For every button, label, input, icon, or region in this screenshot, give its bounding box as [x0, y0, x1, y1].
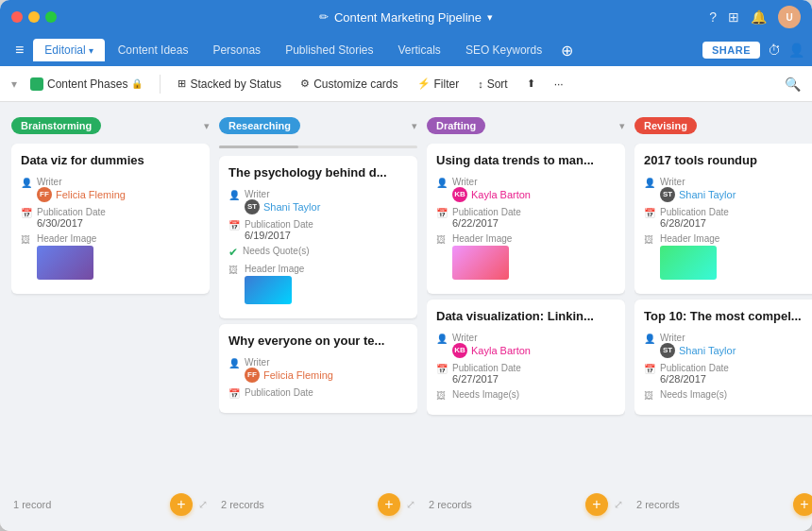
pub-date-value: 6/28/2017	[660, 373, 729, 385]
writer-name: Kayla Barton	[471, 189, 531, 200]
view-collapse-icon[interactable]: ▾	[11, 77, 17, 91]
check-icon: ✔	[228, 246, 238, 259]
writer-name: Felicia Fleming	[56, 189, 126, 200]
header-image-thumb	[37, 246, 93, 280]
card-title: Data viz for dummies	[21, 153, 200, 169]
add-card-button[interactable]: +	[378, 493, 400, 516]
card-2017-tools-roundup[interactable]: 2017 tools roundup 👤 Writer ST Shani Tay…	[634, 144, 812, 294]
header-image-field: 🖼 Header Image	[644, 233, 812, 280]
writer-avatar: FF	[37, 187, 52, 202]
customize-icon: ⚙	[300, 77, 310, 90]
card-using-data-trends[interactable]: Using data trends to man... 👤 Writer KB …	[427, 144, 625, 294]
nav-tab-content-ideas[interactable]: Content Ideas	[107, 39, 200, 61]
header-image-field: 🖼 Header Image	[436, 233, 616, 280]
minimize-button[interactable]	[28, 11, 40, 23]
nav-tab-published-stories[interactable]: Published Stories	[274, 39, 384, 61]
card-data-viz-dummies[interactable]: Data viz for dummies 👤 Writer FF Felicia…	[11, 144, 210, 294]
pubdate-field: 📅 Publication Date 6/30/2017	[21, 207, 200, 229]
person-icon: 👤	[436, 334, 448, 344]
add-card-button[interactable]: +	[585, 493, 608, 516]
expand-icon[interactable]: ⤢	[406, 498, 415, 511]
stacked-by-status[interactable]: ⊞ Stacked by Status	[172, 75, 287, 94]
add-card-button[interactable]: +	[793, 493, 812, 516]
researching-badge[interactable]: Researching	[219, 117, 300, 134]
pubdate-field: 📅 Publication Date 6/28/2017	[644, 363, 812, 385]
records-count: 2 records	[429, 499, 472, 510]
calendar-icon: 📅	[436, 208, 448, 218]
customize-cards[interactable]: ⚙ Customize cards	[295, 75, 403, 94]
column-researching: Researching ▾ The psychology behind d...…	[219, 113, 417, 520]
board: Brainstorming ▾ Data viz for dummies 👤 W…	[0, 102, 812, 531]
writer-field: 👤 Writer ST Shani Taylor	[228, 189, 408, 214]
more-options[interactable]: ···	[549, 75, 569, 94]
stacked-label: Stacked by Status	[190, 77, 281, 91]
brainstorming-badge[interactable]: Brainstorming	[11, 117, 101, 134]
person-icon: 👤	[21, 178, 32, 188]
person-icon: 👤	[644, 334, 655, 344]
view-type-icon	[30, 77, 43, 91]
nav-tab-editorial[interactable]: Editorial ▾	[33, 39, 104, 61]
brainstorming-chevron[interactable]: ▾	[204, 120, 210, 132]
writer-avatar: ST	[660, 187, 675, 202]
grid-icon[interactable]: ⊞	[728, 9, 739, 25]
account-icon[interactable]: 👤	[788, 43, 804, 58]
writer-field: 👤 Writer KB Kayla Barton	[436, 177, 616, 202]
writer-avatar: ST	[245, 199, 260, 214]
drafting-cards: Using data trends to man... 👤 Writer KB …	[427, 144, 625, 484]
customize-label: Customize cards	[313, 77, 398, 91]
share-icon: ⬆	[527, 77, 535, 90]
card-top10-compel[interactable]: Top 10: The most compel... 👤 Writer ST S…	[634, 300, 812, 415]
expand-icon[interactable]: ⤢	[198, 498, 208, 511]
writer-avatar: ST	[660, 343, 675, 358]
view-selector[interactable]: Content Phases 🔒	[25, 75, 148, 94]
researching-chevron[interactable]: ▾	[412, 120, 417, 132]
pubdate-field: 📅 Publication Date	[228, 387, 408, 399]
toolbar-right: 🔍	[785, 76, 801, 93]
writer-avatar: KB	[452, 187, 467, 202]
sort-button[interactable]: ↕ Sort	[472, 75, 514, 94]
history-icon[interactable]: ⏱	[768, 43, 781, 58]
expand-icon[interactable]: ⤢	[614, 498, 623, 511]
hamburger-menu[interactable]: ≡	[8, 38, 31, 62]
maximize-button[interactable]	[45, 11, 57, 23]
nav-tab-seo-keywords[interactable]: SEO Keywords	[454, 39, 553, 61]
drafting-badge[interactable]: Drafting	[427, 117, 485, 134]
share-view-button[interactable]: ⬆	[521, 75, 541, 93]
nav-tab-verticals[interactable]: Verticals	[387, 39, 452, 61]
header-image-thumb	[452, 246, 509, 280]
add-tab-button[interactable]: ⊕	[555, 42, 579, 60]
drafting-footer: 2 records + ⤢	[427, 489, 625, 520]
card-title: The psychology behind d...	[228, 165, 408, 181]
revising-badge[interactable]: Revising	[634, 117, 697, 134]
revising-cards: 2017 tools roundup 👤 Writer ST Shani Tay…	[634, 144, 812, 484]
writer-field: 👤 Writer ST Shani Taylor	[644, 333, 812, 358]
title-dropdown-icon[interactable]: ▾	[487, 11, 493, 24]
writer-field: 👤 Writer KB Kayla Barton	[436, 333, 616, 358]
column-brainstorming: Brainstorming ▾ Data viz for dummies 👤 W…	[11, 113, 210, 520]
help-icon[interactable]: ?	[709, 9, 717, 25]
app-window: ✏ Content Marketing Pipeline ▾ ? ⊞ 🔔 U ≡…	[0, 0, 812, 531]
add-card-button[interactable]: +	[170, 493, 193, 516]
image-icon: 🖼	[436, 234, 448, 245]
editorial-tab-label: Editorial	[44, 43, 85, 57]
drafting-chevron[interactable]: ▾	[619, 120, 625, 132]
card-psychology[interactable]: The psychology behind d... 👤 Writer ST S…	[219, 156, 417, 318]
filter-button[interactable]: ⚡ Filter	[412, 75, 465, 94]
needs-image-field: 🖼 Needs Image(s)	[436, 389, 616, 401]
card-why-everyone[interactable]: Why everyone on your te... 👤 Writer FF F…	[219, 324, 417, 413]
header-image-field: 🖼 Header Image	[21, 233, 200, 280]
close-button[interactable]	[11, 11, 23, 23]
card-data-viz-linkin[interactable]: Data visualization: Linkin... 👤 Writer K…	[427, 300, 625, 415]
filter-label: Filter	[434, 77, 460, 91]
pub-date-value: 6/22/2017	[452, 217, 521, 229]
search-icon[interactable]: 🔍	[785, 77, 801, 92]
column-header-researching: Researching ▾	[219, 113, 417, 138]
bell-icon[interactable]: 🔔	[751, 9, 767, 25]
column-revising: Revising ▾ 2017 tools roundup 👤 Writer S…	[634, 113, 812, 520]
titlebar-title-area: ✏ Content Marketing Pipeline ▾	[0, 10, 812, 25]
share-button[interactable]: SHARE	[702, 42, 760, 59]
user-avatar[interactable]: U	[778, 6, 801, 28]
calendar-icon: 📅	[228, 388, 240, 399]
nav-tab-personas[interactable]: Personas	[201, 39, 272, 61]
writer-name: Shani Taylor	[679, 345, 736, 356]
